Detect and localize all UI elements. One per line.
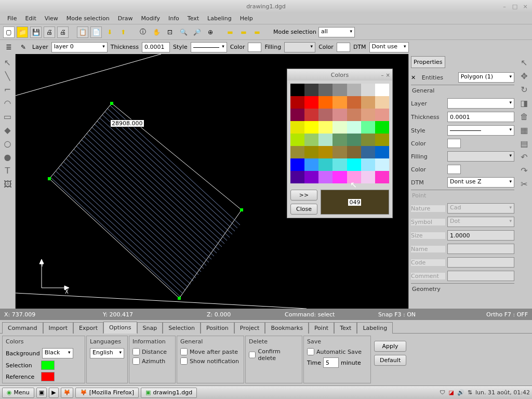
redo-icon[interactable]: ↷ — [518, 164, 530, 177]
ruler1-icon[interactable]: ▬ — [224, 26, 236, 38]
sound-icon[interactable]: 🔊 — [457, 389, 464, 396]
color-cell[interactable] — [375, 121, 389, 134]
down-icon[interactable]: ⬇ — [104, 26, 115, 38]
measure-icon[interactable]: ✂ — [518, 178, 530, 190]
layers2-icon[interactable]: ▤ — [518, 137, 530, 150]
color-cell[interactable] — [290, 134, 304, 146]
color-cell[interactable] — [304, 158, 318, 171]
vertex-handle[interactable] — [48, 177, 51, 180]
color-cell[interactable] — [375, 158, 389, 171]
tab-selection[interactable]: Selection — [163, 322, 201, 334]
color-cell[interactable] — [318, 134, 332, 146]
start-menu[interactable]: ◉Menu — [2, 388, 34, 398]
prop-style[interactable] — [447, 125, 514, 136]
mode-select[interactable]: all — [318, 27, 355, 37]
move-check[interactable] — [180, 348, 188, 355]
more-colors-button[interactable]: >> — [290, 190, 317, 201]
color-cell[interactable] — [361, 146, 375, 158]
tab-export[interactable]: Export — [73, 322, 103, 334]
color-cell[interactable] — [347, 158, 361, 171]
color-cell[interactable] — [361, 109, 375, 121]
tab-position[interactable]: Position — [201, 322, 234, 334]
ellipse-icon[interactable]: ○ — [2, 137, 14, 150]
menu-info[interactable]: Info — [164, 14, 183, 23]
up-icon[interactable]: ⬆ — [117, 26, 129, 38]
rect-icon[interactable]: ▭ — [2, 110, 14, 123]
minimize-icon[interactable]: – — [501, 3, 508, 10]
maximize-icon[interactable]: □ — [511, 3, 518, 10]
color-cell[interactable] — [361, 121, 375, 134]
color-cell[interactable] — [304, 96, 318, 109]
color-cell[interactable] — [304, 134, 318, 146]
rotate-icon[interactable]: ↻ — [518, 83, 530, 96]
color-cell[interactable] — [332, 84, 347, 96]
color-cell[interactable] — [361, 171, 375, 183]
zoom-in-icon[interactable]: 🔎 — [191, 26, 203, 38]
cursor-icon[interactable]: ↖ — [2, 56, 14, 69]
color-cell[interactable] — [375, 171, 389, 183]
antivirus-icon[interactable]: ◪ — [448, 389, 454, 396]
color-cell[interactable] — [332, 134, 347, 146]
color-cell[interactable] — [347, 121, 361, 134]
zoom-ext-icon[interactable]: ⊕ — [205, 26, 216, 38]
color-cell[interactable] — [375, 96, 389, 109]
prop-layer[interactable] — [447, 98, 514, 109]
vertex-handle[interactable] — [178, 297, 181, 300]
autosave-check[interactable] — [307, 348, 314, 355]
prop-fillcolor[interactable] — [447, 165, 461, 174]
circle-icon[interactable]: ● — [2, 151, 14, 163]
tab-options[interactable]: Options — [103, 322, 137, 334]
color-cell[interactable] — [290, 121, 304, 134]
fillcolor-swatch[interactable] — [337, 43, 350, 52]
move-icon[interactable]: ✥ — [518, 70, 530, 82]
menu-help[interactable]: Help — [236, 14, 257, 23]
image-icon[interactable]: 🖼 — [2, 178, 14, 190]
dlg-close-icon[interactable]: × — [386, 72, 390, 78]
color-swatch[interactable] — [248, 43, 261, 52]
tab-labeling[interactable]: Labeling — [357, 322, 393, 334]
color-cell[interactable] — [318, 146, 332, 158]
color-cell[interactable] — [318, 121, 332, 134]
color-cell[interactable] — [318, 84, 332, 96]
menu-view[interactable]: View — [41, 14, 62, 23]
color-cell[interactable] — [347, 134, 361, 146]
menu-labeling[interactable]: Labeling — [203, 14, 236, 23]
line-icon[interactable]: ╲ — [2, 70, 14, 82]
color-cell[interactable] — [318, 158, 332, 171]
color-cell[interactable] — [304, 84, 318, 96]
color-cell[interactable] — [361, 96, 375, 109]
color-cell[interactable] — [361, 158, 375, 171]
pan-icon[interactable]: ✋ — [151, 26, 162, 38]
entities-select[interactable]: Polygon (1) — [458, 72, 514, 83]
task-firefox-icon[interactable]: 🦊 — [61, 388, 73, 398]
default-button[interactable]: Default — [374, 355, 406, 366]
time-input[interactable] — [323, 357, 339, 368]
color-cell[interactable] — [290, 109, 304, 121]
network-icon[interactable]: ⇅ — [468, 389, 472, 396]
color-cell[interactable] — [347, 96, 361, 109]
color-cell[interactable] — [290, 146, 304, 158]
thickness-input[interactable] — [142, 42, 170, 52]
paste-icon[interactable]: 📄 — [90, 26, 102, 38]
tab-project[interactable]: Project — [234, 322, 265, 334]
color-cell[interactable] — [290, 158, 304, 171]
filling-select[interactable] — [284, 42, 315, 52]
open-icon[interactable]: 📁 — [17, 26, 28, 38]
ruler2-icon[interactable]: ▬ — [238, 26, 249, 38]
color-cell[interactable] — [304, 146, 318, 158]
menu-text[interactable]: Text — [183, 14, 203, 23]
lang-select[interactable]: English — [90, 348, 124, 358]
color-cell[interactable] — [375, 134, 389, 146]
close-colors-button[interactable]: Close — [290, 204, 317, 215]
ruler3-icon[interactable]: ▬ — [251, 26, 263, 38]
color-cell[interactable] — [332, 109, 347, 121]
color-cell[interactable] — [318, 109, 332, 121]
zoom-win-icon[interactable]: ⊡ — [164, 26, 176, 38]
undo-icon[interactable]: ↶ — [518, 151, 530, 163]
color-cell[interactable] — [290, 171, 304, 183]
task-term2[interactable]: ▶ — [49, 388, 58, 398]
polyline-icon[interactable]: ⌐ — [2, 83, 14, 96]
tab-import[interactable]: Import — [43, 322, 74, 334]
print-icon[interactable]: 🖨 — [44, 26, 55, 38]
close-x-icon[interactable]: ✕ — [411, 74, 416, 81]
